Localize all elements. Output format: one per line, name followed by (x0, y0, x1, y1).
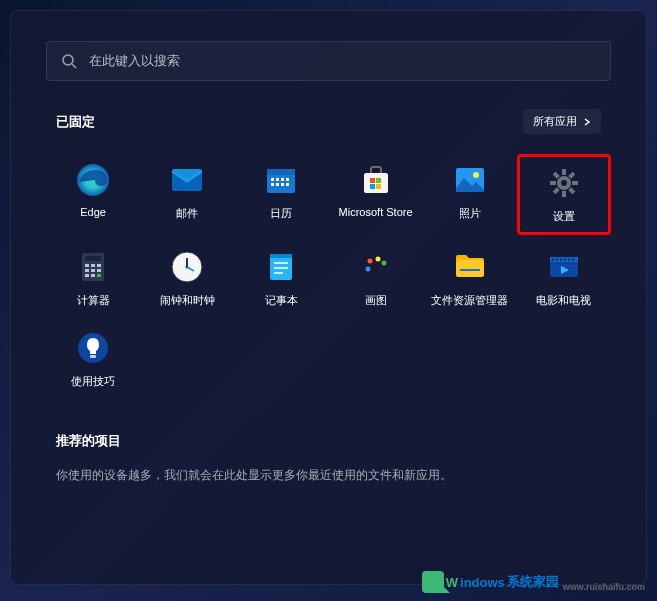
svg-rect-6 (271, 178, 274, 181)
app-label: 邮件 (176, 206, 198, 221)
svg-rect-7 (276, 178, 279, 181)
watermark-suffix: 系统家园 (507, 573, 559, 591)
svg-rect-57 (90, 355, 96, 358)
app-settings[interactable]: 设置 (517, 154, 611, 235)
app-label: 闹钟和时钟 (160, 293, 215, 308)
svg-rect-8 (281, 178, 284, 181)
search-box[interactable]: 在此键入以搜索 (46, 41, 611, 81)
watermark-url: www.ruishaifu.com (563, 582, 645, 592)
svg-rect-38 (270, 254, 292, 258)
app-tips[interactable]: 使用技巧 (46, 322, 140, 397)
svg-point-0 (63, 55, 73, 65)
svg-point-43 (375, 257, 380, 262)
svg-rect-25 (91, 264, 95, 267)
app-calendar[interactable]: 日历 (234, 154, 328, 235)
watermark-rest: indows (460, 575, 505, 590)
bulb-icon (75, 330, 111, 366)
chevron-right-icon (583, 118, 591, 126)
app-label: 画图 (365, 293, 387, 308)
photos-icon (452, 162, 488, 198)
pinned-grid: Edge 邮件 日历 Microsoft Store 照片 (46, 154, 611, 397)
search-placeholder: 在此键入以搜索 (89, 52, 180, 70)
app-label: 照片 (459, 206, 481, 221)
svg-rect-11 (276, 183, 279, 186)
search-icon (61, 53, 77, 69)
svg-line-1 (72, 64, 76, 68)
svg-point-45 (365, 267, 370, 272)
watermark-logo-icon (422, 571, 444, 593)
app-mail[interactable]: 邮件 (140, 154, 234, 235)
all-apps-button[interactable]: 所有应用 (523, 109, 601, 134)
svg-rect-53 (564, 258, 566, 261)
pinned-title: 已固定 (56, 113, 95, 131)
calculator-icon (75, 249, 111, 285)
notepad-icon (263, 249, 299, 285)
svg-point-44 (381, 261, 386, 266)
app-edge[interactable]: Edge (46, 154, 140, 235)
movies-icon (546, 249, 582, 285)
svg-rect-12 (281, 183, 284, 186)
svg-rect-27 (85, 269, 89, 272)
app-notepad[interactable]: 记事本 (234, 241, 328, 316)
calendar-icon (263, 162, 299, 198)
svg-rect-46 (456, 260, 484, 277)
app-label: 日历 (270, 206, 292, 221)
svg-rect-23 (85, 256, 101, 261)
app-label: 电影和电视 (536, 293, 591, 308)
watermark: Windows系统家园 www.ruishaifu.com (422, 571, 645, 593)
svg-rect-30 (85, 274, 89, 277)
gear-icon (546, 165, 582, 201)
recommended-section: 推荐的项目 你使用的设备越多，我们就会在此处显示更多你最近使用的文件和新应用。 (46, 432, 611, 484)
svg-rect-5 (267, 169, 295, 175)
svg-point-21 (559, 178, 569, 188)
svg-rect-28 (91, 269, 95, 272)
svg-rect-52 (560, 258, 562, 261)
pinned-header: 已固定 所有应用 (46, 109, 611, 134)
app-label: Microsoft Store (339, 206, 413, 218)
svg-rect-31 (91, 274, 95, 277)
svg-rect-17 (370, 184, 375, 189)
svg-rect-50 (552, 258, 554, 261)
svg-rect-15 (370, 178, 375, 183)
app-photos[interactable]: 照片 (423, 154, 517, 235)
svg-rect-16 (376, 178, 381, 183)
svg-rect-26 (97, 264, 101, 267)
svg-rect-24 (85, 264, 89, 267)
app-label: 设置 (553, 209, 575, 224)
app-clock[interactable]: 闹钟和时钟 (140, 241, 234, 316)
app-label: 记事本 (265, 293, 298, 308)
app-movies[interactable]: 电影和电视 (517, 241, 611, 316)
start-menu-panel: 在此键入以搜索 已固定 所有应用 Edge 邮件 日历 (10, 10, 647, 585)
all-apps-label: 所有应用 (533, 114, 577, 129)
app-store[interactable]: Microsoft Store (328, 154, 422, 235)
app-calculator[interactable]: 计算器 (46, 241, 140, 316)
paint-icon (358, 249, 394, 285)
svg-rect-13 (286, 183, 289, 186)
store-icon (358, 162, 394, 198)
app-label: 文件资源管理器 (431, 293, 508, 308)
mail-icon (169, 162, 205, 198)
recommended-title: 推荐的项目 (56, 432, 601, 450)
svg-point-42 (367, 259, 372, 264)
app-label: 计算器 (77, 293, 110, 308)
app-explorer[interactable]: 文件资源管理器 (423, 241, 517, 316)
svg-rect-55 (572, 258, 574, 261)
svg-rect-10 (271, 183, 274, 186)
svg-rect-51 (556, 258, 558, 261)
svg-point-20 (473, 172, 479, 178)
svg-rect-29 (97, 269, 101, 272)
svg-rect-32 (97, 274, 101, 277)
recommended-message: 你使用的设备越多，我们就会在此处显示更多你最近使用的文件和新应用。 (56, 466, 601, 484)
svg-rect-9 (286, 178, 289, 181)
svg-rect-18 (376, 184, 381, 189)
edge-icon (75, 162, 111, 198)
clock-icon (169, 249, 205, 285)
app-label: Edge (80, 206, 106, 218)
app-label: 使用技巧 (71, 374, 115, 389)
app-paint[interactable]: 画图 (328, 241, 422, 316)
folder-icon (452, 249, 488, 285)
svg-rect-54 (568, 258, 570, 261)
svg-rect-47 (460, 269, 480, 271)
